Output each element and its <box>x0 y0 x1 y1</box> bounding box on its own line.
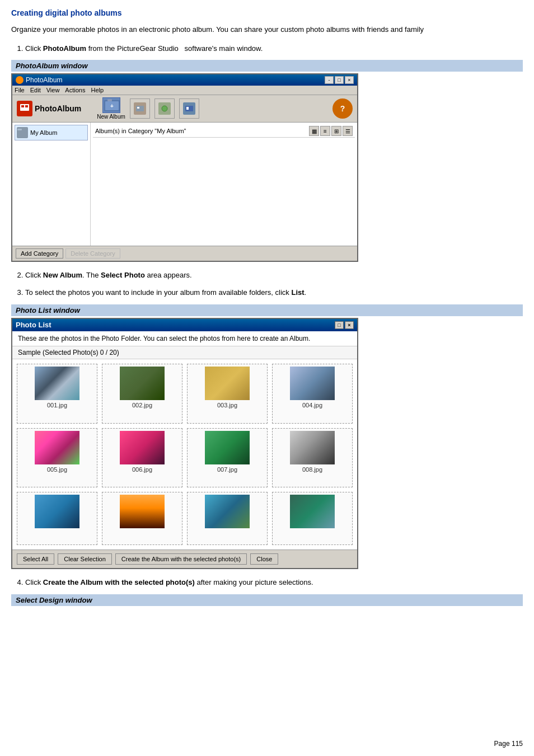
photo-thumb-001 <box>35 367 79 400</box>
toolbar-btn-3[interactable] <box>154 98 175 119</box>
photolist-subheader: Sample (Selected Photo(s) 0 / 20) <box>12 346 357 359</box>
photo-item[interactable]: 005.jpg <box>17 428 97 488</box>
svg-text:?: ? <box>340 104 345 113</box>
my-album-item[interactable]: My Album <box>15 125 88 140</box>
view-buttons: ▦ ≡ ⊞ ☰ <box>309 126 353 136</box>
photoalbum-section-label: PhotoAlbum window <box>11 60 523 72</box>
toolbar-btn-4[interactable] <box>179 98 199 119</box>
step-3: To select the photos you want to include… <box>25 287 523 299</box>
app-icon <box>16 76 24 84</box>
svg-text:+: + <box>110 103 114 109</box>
photoalbum-content: My Album Album(s) in Category "My Album"… <box>12 123 357 246</box>
photolist-window: Photo List □ × These are the photos in t… <box>11 318 358 569</box>
photolist-info: These are the photos in the Photo Folder… <box>12 331 357 346</box>
create-album-button[interactable]: Create the Album with the selected photo… <box>115 553 247 565</box>
photoalbum-section: PhotoAlbum window PhotoAlbum - □ × File … <box>11 60 523 262</box>
view-btn-1[interactable]: ▦ <box>309 126 319 136</box>
photo-item[interactable]: 007.jpg <box>187 428 268 488</box>
steps-list-4: Click Create the Album with the selected… <box>11 577 523 589</box>
app-logo-text: PhotoAlbum <box>35 104 81 113</box>
photo-item[interactable]: 002.jpg <box>102 364 182 424</box>
select-all-button[interactable]: Select All <box>17 553 54 565</box>
view-btn-3[interactable]: ⊞ <box>331 126 341 136</box>
toolbar-btn-2[interactable] <box>130 98 150 119</box>
add-category-button[interactable]: Add Category <box>16 248 63 259</box>
photo-thumb-012 <box>290 495 335 528</box>
clear-selection-button[interactable]: Clear Selection <box>58 553 112 565</box>
photo-item[interactable] <box>102 492 182 545</box>
delete-category-button[interactable]: Delete Category <box>65 248 120 259</box>
category-text: Album(s) in Category "My Album" <box>95 128 186 134</box>
photo-thumb-011 <box>205 495 250 528</box>
photo-item[interactable] <box>17 492 97 545</box>
photo-thumb-006 <box>120 431 165 464</box>
photo-label-002: 002.jpg <box>132 402 152 408</box>
svg-rect-5 <box>107 99 112 101</box>
photo-item[interactable] <box>187 492 268 545</box>
svg-rect-14 <box>17 130 27 137</box>
photo-item[interactable]: 001.jpg <box>17 364 97 424</box>
photo-label-006: 006.jpg <box>132 466 152 473</box>
photo-label-008: 008.jpg <box>302 466 322 473</box>
photolist-titlebar: Photo List □ × <box>12 319 357 331</box>
new-album-label: New Album <box>97 114 125 120</box>
close-button[interactable]: Close <box>250 553 278 565</box>
photoalbum-window: PhotoAlbum - □ × File Edit View Actions … <box>11 73 358 262</box>
photolist-restore-button[interactable]: □ <box>335 321 344 329</box>
step-4-bold: Create the Album with the selected photo… <box>43 578 195 586</box>
steps-list: Click PhotoAlbum from the PictureGear St… <box>11 43 523 55</box>
photolist-close-button[interactable]: × <box>345 321 354 329</box>
photo-thumb-009 <box>35 495 79 528</box>
page-number: Page 115 <box>494 740 523 748</box>
menu-help[interactable]: Help <box>91 87 104 93</box>
view-btn-4[interactable]: ☰ <box>343 126 353 136</box>
menu-file[interactable]: File <box>15 87 25 93</box>
step-4: Click Create the Album with the selected… <box>25 577 523 589</box>
photo-label-004: 004.jpg <box>302 402 322 408</box>
step-1: Click PhotoAlbum from the PictureGear St… <box>25 43 523 55</box>
photoalbum-main: Album(s) in Category "My Album" ▦ ≡ ⊞ ☰ <box>91 123 357 246</box>
new-album-button[interactable]: + New Album <box>97 97 125 120</box>
photo-thumb-004 <box>290 367 335 400</box>
page-title: Creating digital photo albums <box>11 8 523 17</box>
photolist-footer: Select All Clear Selection Create the Al… <box>12 550 357 568</box>
restore-button[interactable]: □ <box>335 76 344 84</box>
intro-text: Organize your memorable photos in an ele… <box>11 24 523 35</box>
titlebar-title: PhotoAlbum <box>26 76 62 84</box>
step-1-bold: PhotoAlbum <box>43 44 86 53</box>
photolist-controls[interactable]: □ × <box>335 321 354 329</box>
close-button[interactable]: × <box>345 76 354 84</box>
svg-rect-8 <box>137 107 139 109</box>
photo-item[interactable]: 003.jpg <box>187 364 268 424</box>
photo-thumb-010 <box>120 495 165 528</box>
app-logo: PhotoAlbum <box>17 101 81 116</box>
step-2-bold-new-album: New Album <box>43 271 82 279</box>
photoalbum-toolbar: PhotoAlbum + New Album <box>12 95 357 123</box>
photo-item[interactable]: 006.jpg <box>102 428 182 488</box>
photoalbum-sidebar: My Album <box>12 123 91 246</box>
photo-thumb-002 <box>120 367 165 400</box>
photo-item[interactable]: 004.jpg <box>272 364 353 424</box>
minimize-button[interactable]: - <box>325 76 334 84</box>
app-logo-icon <box>17 101 32 116</box>
svg-rect-1 <box>21 105 24 107</box>
photo-item[interactable]: 008.jpg <box>272 428 353 488</box>
select-design-label: Select Design window <box>11 594 523 606</box>
photo-label-007: 007.jpg <box>217 466 237 473</box>
menu-view[interactable]: View <box>46 87 60 93</box>
category-bar: Album(s) in Category "My Album" ▦ ≡ ⊞ ☰ <box>93 125 355 138</box>
photos-grid: 001.jpg002.jpg003.jpg004.jpg005.jpg006.j… <box>12 359 357 550</box>
view-btn-2[interactable]: ≡ <box>320 126 330 136</box>
photolist-section-label: Photo List window <box>11 304 523 316</box>
menu-edit[interactable]: Edit <box>30 87 41 93</box>
photoalbum-menubar: File Edit View Actions Help <box>12 86 357 95</box>
menu-actions[interactable]: Actions <box>65 87 85 93</box>
photo-thumb-007 <box>205 431 250 464</box>
photo-label-005: 005.jpg <box>47 466 67 473</box>
svg-point-9 <box>162 106 167 111</box>
photo-item[interactable] <box>272 492 353 545</box>
help-button[interactable]: ? <box>332 98 353 119</box>
titlebar-controls[interactable]: - □ × <box>325 76 354 84</box>
step-3-bold-list: List <box>291 288 304 297</box>
photolist-title: Photo List <box>16 321 51 329</box>
